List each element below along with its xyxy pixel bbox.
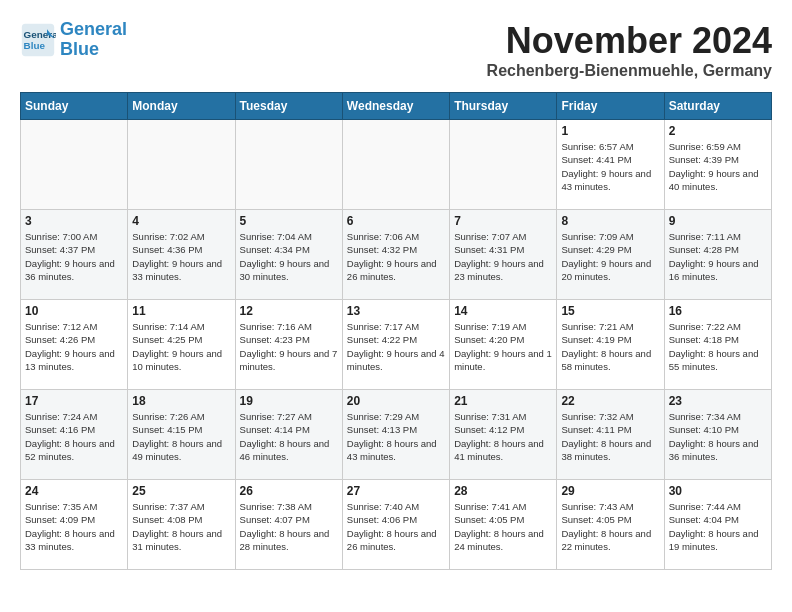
- weekday-monday: Monday: [128, 93, 235, 120]
- day-info: Sunrise: 7:34 AM Sunset: 4:10 PM Dayligh…: [669, 410, 767, 463]
- calendar-cell: 6Sunrise: 7:06 AM Sunset: 4:32 PM Daylig…: [342, 210, 449, 300]
- day-info: Sunrise: 7:17 AM Sunset: 4:22 PM Dayligh…: [347, 320, 445, 373]
- calendar-cell: 20Sunrise: 7:29 AM Sunset: 4:13 PM Dayli…: [342, 390, 449, 480]
- calendar-cell: 1Sunrise: 6:57 AM Sunset: 4:41 PM Daylig…: [557, 120, 664, 210]
- calendar-cell: 19Sunrise: 7:27 AM Sunset: 4:14 PM Dayli…: [235, 390, 342, 480]
- day-info: Sunrise: 7:07 AM Sunset: 4:31 PM Dayligh…: [454, 230, 552, 283]
- weekday-header-row: SundayMondayTuesdayWednesdayThursdayFrid…: [21, 93, 772, 120]
- day-number: 24: [25, 484, 123, 498]
- day-info: Sunrise: 7:24 AM Sunset: 4:16 PM Dayligh…: [25, 410, 123, 463]
- day-info: Sunrise: 7:27 AM Sunset: 4:14 PM Dayligh…: [240, 410, 338, 463]
- day-number: 17: [25, 394, 123, 408]
- calendar-cell: 14Sunrise: 7:19 AM Sunset: 4:20 PM Dayli…: [450, 300, 557, 390]
- day-info: Sunrise: 7:40 AM Sunset: 4:06 PM Dayligh…: [347, 500, 445, 553]
- day-number: 13: [347, 304, 445, 318]
- day-info: Sunrise: 7:14 AM Sunset: 4:25 PM Dayligh…: [132, 320, 230, 373]
- calendar-cell: 25Sunrise: 7:37 AM Sunset: 4:08 PM Dayli…: [128, 480, 235, 570]
- logo-line2: Blue: [60, 39, 99, 59]
- day-number: 2: [669, 124, 767, 138]
- day-number: 27: [347, 484, 445, 498]
- week-row-3: 17Sunrise: 7:24 AM Sunset: 4:16 PM Dayli…: [21, 390, 772, 480]
- month-title: November 2024: [487, 20, 772, 62]
- day-info: Sunrise: 7:04 AM Sunset: 4:34 PM Dayligh…: [240, 230, 338, 283]
- day-info: Sunrise: 7:12 AM Sunset: 4:26 PM Dayligh…: [25, 320, 123, 373]
- calendar-cell: 24Sunrise: 7:35 AM Sunset: 4:09 PM Dayli…: [21, 480, 128, 570]
- svg-text:Blue: Blue: [24, 40, 46, 51]
- title-section: November 2024 Rechenberg-Bienenmuehle, G…: [487, 20, 772, 80]
- calendar-cell: 15Sunrise: 7:21 AM Sunset: 4:19 PM Dayli…: [557, 300, 664, 390]
- day-info: Sunrise: 7:19 AM Sunset: 4:20 PM Dayligh…: [454, 320, 552, 373]
- week-row-4: 24Sunrise: 7:35 AM Sunset: 4:09 PM Dayli…: [21, 480, 772, 570]
- day-number: 16: [669, 304, 767, 318]
- day-number: 5: [240, 214, 338, 228]
- calendar-cell: 29Sunrise: 7:43 AM Sunset: 4:05 PM Dayli…: [557, 480, 664, 570]
- day-number: 19: [240, 394, 338, 408]
- weekday-friday: Friday: [557, 93, 664, 120]
- calendar-cell: 10Sunrise: 7:12 AM Sunset: 4:26 PM Dayli…: [21, 300, 128, 390]
- day-number: 9: [669, 214, 767, 228]
- calendar-cell: 28Sunrise: 7:41 AM Sunset: 4:05 PM Dayli…: [450, 480, 557, 570]
- day-info: Sunrise: 7:09 AM Sunset: 4:29 PM Dayligh…: [561, 230, 659, 283]
- day-number: 6: [347, 214, 445, 228]
- day-number: 14: [454, 304, 552, 318]
- day-number: 28: [454, 484, 552, 498]
- calendar-cell: 22Sunrise: 7:32 AM Sunset: 4:11 PM Dayli…: [557, 390, 664, 480]
- calendar-cell: 27Sunrise: 7:40 AM Sunset: 4:06 PM Dayli…: [342, 480, 449, 570]
- day-info: Sunrise: 6:59 AM Sunset: 4:39 PM Dayligh…: [669, 140, 767, 193]
- weekday-saturday: Saturday: [664, 93, 771, 120]
- calendar-cell: [21, 120, 128, 210]
- logo-text: General Blue: [60, 20, 127, 60]
- logo-line1: General: [60, 19, 127, 39]
- day-number: 18: [132, 394, 230, 408]
- day-info: Sunrise: 7:37 AM Sunset: 4:08 PM Dayligh…: [132, 500, 230, 553]
- day-info: Sunrise: 7:38 AM Sunset: 4:07 PM Dayligh…: [240, 500, 338, 553]
- logo: General Blue General Blue: [20, 20, 127, 60]
- day-number: 15: [561, 304, 659, 318]
- calendar-cell: 7Sunrise: 7:07 AM Sunset: 4:31 PM Daylig…: [450, 210, 557, 300]
- day-info: Sunrise: 7:31 AM Sunset: 4:12 PM Dayligh…: [454, 410, 552, 463]
- day-number: 4: [132, 214, 230, 228]
- day-number: 23: [669, 394, 767, 408]
- day-number: 22: [561, 394, 659, 408]
- calendar-cell: 13Sunrise: 7:17 AM Sunset: 4:22 PM Dayli…: [342, 300, 449, 390]
- day-number: 30: [669, 484, 767, 498]
- calendar-cell: 17Sunrise: 7:24 AM Sunset: 4:16 PM Dayli…: [21, 390, 128, 480]
- calendar-cell: [235, 120, 342, 210]
- day-number: 8: [561, 214, 659, 228]
- weekday-wednesday: Wednesday: [342, 93, 449, 120]
- calendar: SundayMondayTuesdayWednesdayThursdayFrid…: [20, 92, 772, 570]
- day-number: 10: [25, 304, 123, 318]
- day-number: 20: [347, 394, 445, 408]
- calendar-cell: 11Sunrise: 7:14 AM Sunset: 4:25 PM Dayli…: [128, 300, 235, 390]
- week-row-2: 10Sunrise: 7:12 AM Sunset: 4:26 PM Dayli…: [21, 300, 772, 390]
- calendar-cell: [342, 120, 449, 210]
- weekday-tuesday: Tuesday: [235, 93, 342, 120]
- day-info: Sunrise: 7:02 AM Sunset: 4:36 PM Dayligh…: [132, 230, 230, 283]
- weekday-thursday: Thursday: [450, 93, 557, 120]
- weekday-sunday: Sunday: [21, 93, 128, 120]
- day-info: Sunrise: 7:06 AM Sunset: 4:32 PM Dayligh…: [347, 230, 445, 283]
- day-info: Sunrise: 7:11 AM Sunset: 4:28 PM Dayligh…: [669, 230, 767, 283]
- calendar-cell: 21Sunrise: 7:31 AM Sunset: 4:12 PM Dayli…: [450, 390, 557, 480]
- calendar-cell: [450, 120, 557, 210]
- day-number: 3: [25, 214, 123, 228]
- day-info: Sunrise: 7:41 AM Sunset: 4:05 PM Dayligh…: [454, 500, 552, 553]
- calendar-cell: 26Sunrise: 7:38 AM Sunset: 4:07 PM Dayli…: [235, 480, 342, 570]
- calendar-cell: [128, 120, 235, 210]
- calendar-cell: 4Sunrise: 7:02 AM Sunset: 4:36 PM Daylig…: [128, 210, 235, 300]
- day-number: 26: [240, 484, 338, 498]
- calendar-cell: 12Sunrise: 7:16 AM Sunset: 4:23 PM Dayli…: [235, 300, 342, 390]
- day-number: 11: [132, 304, 230, 318]
- calendar-cell: 9Sunrise: 7:11 AM Sunset: 4:28 PM Daylig…: [664, 210, 771, 300]
- day-info: Sunrise: 7:35 AM Sunset: 4:09 PM Dayligh…: [25, 500, 123, 553]
- day-number: 12: [240, 304, 338, 318]
- calendar-cell: 23Sunrise: 7:34 AM Sunset: 4:10 PM Dayli…: [664, 390, 771, 480]
- day-number: 1: [561, 124, 659, 138]
- calendar-cell: 3Sunrise: 7:00 AM Sunset: 4:37 PM Daylig…: [21, 210, 128, 300]
- calendar-cell: 18Sunrise: 7:26 AM Sunset: 4:15 PM Dayli…: [128, 390, 235, 480]
- day-number: 29: [561, 484, 659, 498]
- day-info: Sunrise: 7:44 AM Sunset: 4:04 PM Dayligh…: [669, 500, 767, 553]
- week-row-0: 1Sunrise: 6:57 AM Sunset: 4:41 PM Daylig…: [21, 120, 772, 210]
- day-info: Sunrise: 7:00 AM Sunset: 4:37 PM Dayligh…: [25, 230, 123, 283]
- day-info: Sunrise: 7:32 AM Sunset: 4:11 PM Dayligh…: [561, 410, 659, 463]
